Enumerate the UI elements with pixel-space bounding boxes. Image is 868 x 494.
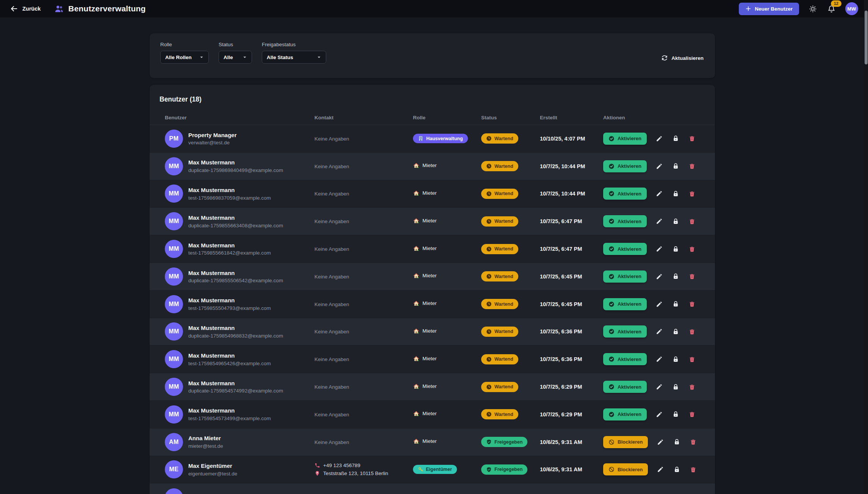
user-name: Max Mustermann xyxy=(188,242,271,249)
theme-toggle-button[interactable] xyxy=(808,4,818,14)
edit-button[interactable] xyxy=(655,245,663,253)
edit-button[interactable] xyxy=(655,327,663,336)
delete-button[interactable] xyxy=(688,162,696,170)
edit-button[interactable] xyxy=(655,134,663,143)
delete-button[interactable] xyxy=(688,245,696,253)
back-button[interactable]: Zurück xyxy=(10,5,41,13)
table-row: MM Max Mustermann duplicate-175985457499… xyxy=(150,373,715,401)
filter-card: Rolle Alle Rollen Status Alle Freigabest… xyxy=(150,33,715,78)
action-toggle-button[interactable]: Aktivieren xyxy=(603,353,647,365)
edit-button[interactable] xyxy=(655,300,663,308)
delete-button[interactable] xyxy=(689,438,697,446)
table-row: MM Max Mustermann test-1759855661842@exa… xyxy=(150,235,715,263)
contact-cell: Keine Angaben xyxy=(314,356,413,363)
status-filter-select[interactable]: Alle xyxy=(219,51,252,64)
role-filter-select[interactable]: Alle Rollen xyxy=(160,51,209,64)
action-toggle-button[interactable]: Aktivieren xyxy=(603,188,647,200)
edit-button[interactable] xyxy=(655,272,663,281)
action-toggle-button[interactable]: Aktivieren xyxy=(603,325,647,338)
edit-button[interactable] xyxy=(656,438,665,446)
edit-button[interactable] xyxy=(655,410,663,419)
action-toggle-button[interactable]: Aktivieren xyxy=(603,408,647,421)
action-label: Aktivieren xyxy=(618,191,641,197)
check-circle-icon xyxy=(608,301,615,307)
edit-button[interactable] xyxy=(655,383,663,391)
user-avatar[interactable]: MW xyxy=(845,2,858,15)
action-toggle-button[interactable]: Aktivieren xyxy=(603,243,647,255)
lock-button[interactable] xyxy=(672,300,680,308)
lock-icon xyxy=(673,356,679,363)
role-cell: Mieter xyxy=(413,355,481,363)
delete-button[interactable] xyxy=(689,466,697,474)
status-label: Wartend xyxy=(494,412,513,417)
delete-button[interactable] xyxy=(688,272,696,280)
delete-button[interactable] xyxy=(688,300,696,308)
contact-cell: Keine Angaben xyxy=(314,218,413,225)
approval-filter-select[interactable]: Alle Status xyxy=(262,51,326,64)
house-icon xyxy=(413,190,419,196)
notifications-button[interactable]: 12 xyxy=(827,4,836,14)
delete-button[interactable] xyxy=(688,217,696,225)
delete-button[interactable] xyxy=(688,410,696,418)
table-row: MM Max Mustermann duplicate-175985566340… xyxy=(150,208,715,235)
action-toggle-button[interactable]: Aktivieren xyxy=(603,160,647,172)
contact-none: Keine Angaben xyxy=(314,136,349,142)
edit-button[interactable] xyxy=(655,189,663,198)
action-toggle-button[interactable]: Aktivieren xyxy=(603,133,647,145)
lock-icon xyxy=(673,411,679,417)
table-row: MM Max Mustermann test-1759854573499@exa… xyxy=(150,401,715,428)
delete-button[interactable] xyxy=(688,134,696,142)
action-toggle-button[interactable]: Aktivieren xyxy=(603,215,647,227)
actions-cell: Aktivieren xyxy=(603,298,715,310)
contact-cell: Keine Angaben xyxy=(314,301,413,308)
lock-button[interactable] xyxy=(672,245,680,253)
lock-button[interactable] xyxy=(672,355,680,363)
action-toggle-button[interactable]: Aktivieren xyxy=(603,270,647,283)
user-email: test-1759869837059@example.com xyxy=(188,195,271,201)
edit-button[interactable] xyxy=(655,162,663,170)
lock-button[interactable] xyxy=(672,217,680,225)
contact-phone-text: +49 123 456789 xyxy=(323,463,360,468)
lock-button[interactable] xyxy=(672,134,680,142)
lock-button[interactable] xyxy=(672,272,680,280)
house-icon xyxy=(413,328,419,334)
lock-button[interactable] xyxy=(672,383,680,391)
house-icon xyxy=(413,272,419,279)
edit-button[interactable] xyxy=(656,465,665,474)
new-user-button[interactable]: Neuer Benutzer xyxy=(739,3,799,15)
user-cell: MM Max Mustermann test-1759869837059@exa… xyxy=(159,184,314,203)
status-cell: Wartend xyxy=(481,161,540,171)
scrollbar-thumb[interactable] xyxy=(865,11,868,64)
pencil-icon xyxy=(656,245,663,252)
table-row: PM Property Manager verwalter@test.de Ke… xyxy=(150,125,715,153)
avatar: MM xyxy=(165,184,183,203)
check-circle-icon xyxy=(608,163,615,169)
status-badge: Wartend xyxy=(481,327,518,337)
edit-button[interactable] xyxy=(655,355,663,363)
role-badge: Mieter xyxy=(413,438,437,444)
lock-button[interactable] xyxy=(672,190,680,198)
action-toggle-button[interactable]: Blockieren xyxy=(603,463,648,475)
lock-button[interactable] xyxy=(673,466,681,474)
refresh-button[interactable]: Aktualisieren xyxy=(661,55,704,61)
lock-button[interactable] xyxy=(672,328,680,336)
lock-button[interactable] xyxy=(672,162,680,170)
lock-button[interactable] xyxy=(672,410,680,418)
action-label: Aktivieren xyxy=(618,219,641,224)
actions-cell: Aktivieren xyxy=(603,270,715,283)
delete-button[interactable] xyxy=(688,190,696,198)
action-toggle-button[interactable]: Blockieren xyxy=(603,436,648,448)
page-scrollbar[interactable] xyxy=(864,0,868,494)
delete-button[interactable] xyxy=(688,383,696,391)
action-toggle-button[interactable]: Aktivieren xyxy=(603,298,647,310)
delete-button[interactable] xyxy=(688,355,696,363)
refresh-icon xyxy=(661,55,668,61)
plus-icon xyxy=(745,6,751,12)
action-toggle-button[interactable]: Aktivieren xyxy=(603,381,647,393)
edit-button[interactable] xyxy=(655,217,663,225)
lock-button[interactable] xyxy=(673,438,681,446)
user-table-card: Benutzer (18) Benutzer Kontakt Rolle Sta… xyxy=(150,85,715,494)
delete-button[interactable] xyxy=(688,328,696,336)
contact-none: Keine Angaben xyxy=(314,246,349,252)
user-cell: AM Anna Mieter mieter@test.de xyxy=(159,433,314,451)
